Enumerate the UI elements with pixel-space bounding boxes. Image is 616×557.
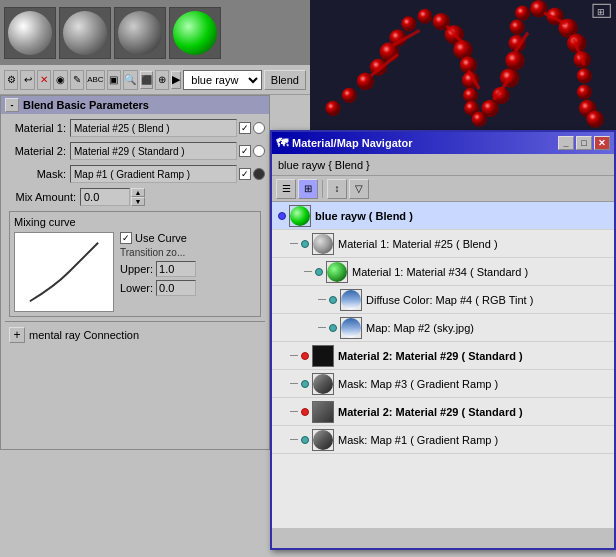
- lower-row: Lower: 0.0: [120, 280, 256, 296]
- nav-tree-item-3[interactable]: Diffuse Color: Map #4 ( RGB Tint ): [272, 286, 614, 314]
- svg-point-6: [401, 16, 416, 31]
- svg-point-19: [505, 51, 525, 70]
- mask-checkboxes: [239, 168, 265, 180]
- tree-dot: [301, 380, 309, 388]
- nav-tree-item-1[interactable]: Material 1: Material #25 ( Blend ): [272, 230, 614, 258]
- mask-value[interactable]: Map #1 ( Gradient Ramp ): [70, 165, 237, 183]
- thumbnail-4[interactable]: [169, 7, 221, 59]
- tool-icon-3[interactable]: ✕: [37, 70, 51, 90]
- tool-icon-8[interactable]: 🔍: [123, 70, 137, 90]
- tool-icon-9[interactable]: ⬛: [140, 71, 153, 89]
- mask-check[interactable]: [239, 168, 251, 180]
- material2-row: Material 2: Material #29 ( Standard ): [5, 141, 265, 161]
- mix-label: Mix Amount:: [5, 191, 80, 203]
- nav-item-text: Mask: Map #1 ( Gradient Ramp ): [338, 434, 610, 446]
- nav-tree-item-4[interactable]: Map: Map #2 (sky.jpg): [272, 314, 614, 342]
- tool-icon-2[interactable]: ↩: [20, 70, 34, 90]
- nav-tool-sort[interactable]: ↕: [327, 179, 347, 199]
- material1-radio[interactable]: [253, 122, 265, 134]
- nav-tree-item-7[interactable]: Material 2: Material #29 ( Standard ): [272, 398, 614, 426]
- tree-dot: [315, 268, 323, 276]
- material1-value[interactable]: Material #25 ( Blend ): [70, 119, 237, 137]
- use-curve-check[interactable]: [120, 232, 132, 244]
- toolbar-row: ⚙ ↩ ✕ ◉ ✎ ABC ▣ 🔍 ⬛ ⊕ ▶ blue rayw Blend: [0, 65, 310, 95]
- svg-text:⊞: ⊞: [597, 7, 605, 17]
- nav-tree-item-5[interactable]: Material 2: Material #29 ( Standard ): [272, 342, 614, 370]
- nav-item-thumb: [326, 261, 348, 283]
- mixing-curve-section: Mixing curve Use Curve Transition zo... …: [9, 211, 261, 317]
- toolbar-separator-1: [322, 180, 323, 198]
- material2-value[interactable]: Material #29 ( Standard ): [70, 142, 237, 160]
- blend-panel: - Blend Basic Parameters Material 1: Mat…: [0, 95, 270, 450]
- nav-item-text: Mask: Map #3 ( Gradient Ramp ): [338, 378, 610, 390]
- thumbnail-1[interactable]: [4, 7, 56, 59]
- svg-point-1: [342, 88, 357, 103]
- curve-canvas[interactable]: [14, 232, 114, 312]
- upper-input[interactable]: 1.0: [156, 261, 196, 277]
- upper-label: Upper:: [120, 263, 153, 275]
- nav-item-text: Material 1: Material #25 ( Blend ): [338, 238, 610, 250]
- tool-icon-7[interactable]: ▣: [107, 70, 121, 90]
- navigator-subtitle: blue rayw { Blend }: [272, 154, 614, 176]
- tree-dot: [301, 408, 309, 416]
- material2-check[interactable]: [239, 145, 251, 157]
- material1-label: Material 1:: [5, 122, 70, 134]
- tool-icon-4[interactable]: ◉: [53, 70, 67, 90]
- navigator-toolbar: ☰ ⊞ ↕ ▽: [272, 176, 614, 202]
- svg-point-28: [577, 68, 592, 83]
- thumbnail-2[interactable]: [59, 7, 111, 59]
- nav-item-text: Map: Map #2 (sky.jpg): [366, 322, 610, 334]
- nav-item-thumb: [340, 289, 362, 311]
- maximize-button[interactable]: □: [576, 136, 592, 150]
- mental-ray-label: mental ray Connection: [29, 329, 139, 341]
- material-pipette-icon[interactable]: ⊕: [155, 70, 169, 90]
- panel-body: Material 1: Material #25 ( Blend ) Mater…: [1, 114, 269, 351]
- plus-button[interactable]: +: [9, 327, 25, 343]
- material1-check[interactable]: [239, 122, 251, 134]
- nav-tree-item-6[interactable]: Mask: Map #3 ( Gradient Ramp ): [272, 370, 614, 398]
- nav-tool-list[interactable]: ☰: [276, 179, 296, 199]
- lower-input[interactable]: 0.0: [156, 280, 196, 296]
- tree-dot: [301, 352, 309, 360]
- mix-input[interactable]: 0.0: [80, 188, 130, 206]
- arrow-icon[interactable]: ▶: [171, 71, 181, 89]
- mask-radio[interactable]: [253, 168, 265, 180]
- use-curve-row: Use Curve: [120, 232, 256, 244]
- minimize-button[interactable]: _: [558, 136, 574, 150]
- tool-icon-1[interactable]: ⚙: [4, 70, 18, 90]
- lower-label: Lower:: [120, 282, 153, 294]
- material-dropdown[interactable]: blue rayw: [183, 70, 262, 90]
- nav-item-thumb: [289, 205, 311, 227]
- tool-icon-6[interactable]: ABC: [86, 70, 104, 90]
- mixing-curve-label: Mixing curve: [14, 216, 256, 228]
- material2-label: Material 2:: [5, 145, 70, 157]
- mental-ray-bar: + mental ray Connection: [5, 321, 265, 347]
- panel-collapse-button[interactable]: -: [5, 98, 19, 112]
- nav-item-text: Material 2: Material #29 ( Standard ): [338, 350, 610, 362]
- tool-icon-5[interactable]: ✎: [70, 70, 84, 90]
- mix-amount-row: Mix Amount: 0.0 ▲ ▼: [5, 187, 265, 207]
- thumbnail-3[interactable]: [114, 7, 166, 59]
- blend-button[interactable]: Blend: [264, 70, 306, 90]
- close-button[interactable]: ✕: [594, 136, 610, 150]
- subtitle-text: blue rayw { Blend }: [278, 159, 370, 171]
- material2-radio[interactable]: [253, 145, 265, 157]
- nav-item-text: blue rayw ( Blend ): [315, 210, 610, 222]
- nav-tool-tree[interactable]: ⊞: [298, 179, 318, 199]
- nav-item-text: Diffuse Color: Map #4 ( RGB Tint ): [366, 294, 610, 306]
- navigator-title: Material/Map Navigator: [292, 137, 412, 149]
- material2-checkboxes: [239, 145, 265, 157]
- svg-point-0: [325, 101, 340, 116]
- nav-tree-item-0[interactable]: blue rayw ( Blend ): [272, 202, 614, 230]
- spin-up[interactable]: ▲: [131, 188, 145, 197]
- nav-tree-item-8[interactable]: Mask: Map #1 ( Gradient Ramp ): [272, 426, 614, 454]
- spin-down[interactable]: ▼: [131, 197, 145, 206]
- svg-point-7: [418, 9, 433, 24]
- nav-tool-filter[interactable]: ▽: [349, 179, 369, 199]
- dna-helix-svg: ⊞: [310, 0, 616, 130]
- thumbnail-bar: [0, 0, 310, 65]
- nav-item-text: Material 2: Material #29 ( Standard ): [338, 406, 610, 418]
- nav-tree-item-2[interactable]: Material 1: Material #34 ( Standard ): [272, 258, 614, 286]
- panel-title: Blend Basic Parameters: [23, 99, 149, 111]
- navigator-titlebar: 🗺 Material/Map Navigator _ □ ✕: [272, 132, 614, 154]
